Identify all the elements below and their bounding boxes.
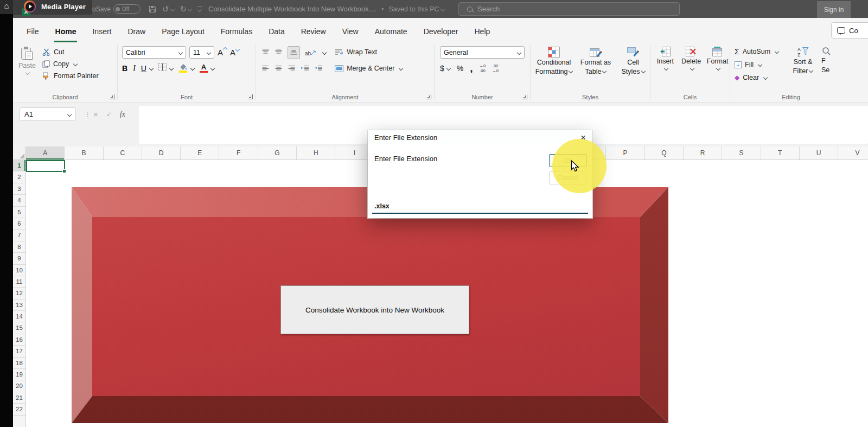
font-name-select[interactable]: Calibri — [122, 46, 186, 59]
ribbon-tab[interactable]: File — [18, 18, 47, 42]
row-header[interactable]: 8 — [13, 241, 25, 253]
percent-format-button[interactable]: % — [457, 64, 463, 73]
ribbon-tab[interactable]: Page Layout — [154, 18, 213, 42]
decrease-indent-button[interactable] — [301, 65, 309, 74]
align-left-button[interactable] — [261, 65, 270, 74]
dialog-launcher-icon[interactable] — [110, 94, 114, 99]
column-header[interactable]: A — [26, 146, 65, 160]
customize-qat-button[interactable] — [197, 7, 202, 12]
format-as-table-button[interactable]: Format as Table — [576, 47, 615, 76]
dialog-launcher-icon[interactable] — [248, 94, 253, 99]
consolidate-macro-button[interactable]: Consolidate Workbook into New Workbook — [280, 285, 469, 334]
column-header[interactable]: D — [142, 146, 181, 160]
ribbon-tab[interactable]: Review — [293, 18, 334, 42]
row-header[interactable]: 18 — [13, 358, 25, 369]
row-header[interactable]: 12 — [13, 288, 25, 299]
find-select-button[interactable]: F Se — [821, 46, 840, 83]
dialog-launcher-icon[interactable] — [522, 94, 527, 99]
decrease-decimal-button[interactable]: .00→0 — [492, 63, 499, 74]
cancel-entry-button[interactable]: × — [93, 110, 98, 119]
conditional-formatting-button[interactable]: Conditional Formatting — [534, 47, 574, 76]
active-cell-selection[interactable] — [26, 160, 65, 172]
column-header[interactable]: E — [181, 146, 219, 160]
ribbon-tab[interactable]: Home — [47, 18, 85, 42]
comma-format-button[interactable]: , — [470, 66, 473, 71]
autosum-button[interactable]: Σ AutoSum — [735, 46, 784, 57]
fill-color-button[interactable] — [178, 63, 188, 73]
row-header[interactable]: 2 — [13, 171, 25, 183]
search-input[interactable]: Search — [458, 2, 680, 16]
row-header[interactable]: 22 — [13, 404, 25, 415]
row-header[interactable]: 1 — [13, 160, 25, 171]
drag-dots-icon[interactable]: ⋮ — [84, 110, 91, 118]
column-header[interactable]: B — [65, 146, 103, 160]
align-center-button[interactable] — [275, 65, 283, 74]
row-header[interactable]: 19 — [13, 369, 25, 380]
redo-button[interactable]: ↻ — [180, 4, 192, 14]
ribbon-tab[interactable]: Insert — [84, 18, 119, 42]
chevron-down-icon[interactable] — [73, 62, 78, 66]
ribbon-tab[interactable]: Automate — [367, 18, 416, 42]
chevron-down-icon[interactable] — [399, 66, 403, 71]
wrap-text-button[interactable]: Wrap Text — [335, 46, 403, 58]
align-top-button[interactable] — [261, 48, 270, 58]
row-header[interactable]: 6 — [13, 218, 25, 230]
column-header[interactable]: T — [761, 146, 800, 160]
row-header[interactable]: 21 — [13, 392, 25, 404]
paste-button[interactable]: Paste — [18, 46, 36, 82]
align-bottom-button[interactable] — [288, 46, 300, 59]
undo-button[interactable]: ↺ — [162, 4, 174, 14]
currency-format-button[interactable]: $ — [440, 64, 444, 73]
font-color-button[interactable]: A — [200, 63, 208, 73]
name-box[interactable]: A1 — [20, 107, 76, 121]
row-header[interactable]: 4 — [13, 195, 25, 206]
format-painter-button[interactable]: Format Painter — [42, 70, 99, 82]
delete-cells-button[interactable]: Delete — [679, 47, 704, 70]
cut-button[interactable]: Cut — [42, 46, 99, 58]
row-header[interactable]: 14 — [13, 311, 25, 322]
ribbon-tab[interactable]: View — [334, 18, 367, 42]
chevron-down-icon[interactable] — [322, 50, 327, 55]
align-middle-button[interactable] — [275, 48, 283, 58]
orientation-button[interactable]: ab — [305, 48, 316, 58]
column-header[interactable]: U — [800, 146, 838, 160]
column-header[interactable]: R — [684, 146, 722, 160]
merge-center-button[interactable]: Merge & Center — [335, 62, 403, 74]
enter-entry-button[interactable]: ✓ — [106, 111, 112, 118]
chevron-down-icon[interactable] — [446, 66, 451, 71]
fill-button[interactable]: Fill — [735, 59, 784, 70]
file-extension-input[interactable]: .xlsx — [372, 200, 588, 214]
row-header[interactable]: 20 — [13, 380, 25, 392]
row-header[interactable]: 5 — [13, 207, 25, 218]
row-header[interactable]: 17 — [13, 346, 25, 357]
increase-decimal-button[interactable]: ←0.00 — [480, 63, 486, 74]
column-header[interactable]: S — [722, 146, 761, 160]
row-header[interactable]: 11 — [13, 276, 25, 288]
row-header[interactable]: 3 — [13, 183, 25, 195]
home-icon[interactable]: ⌂ — [0, 0, 13, 14]
row-header[interactable]: 16 — [13, 334, 25, 346]
chevron-down-icon[interactable] — [149, 66, 154, 70]
ribbon-tab[interactable]: Help — [466, 18, 498, 42]
chevron-down-icon[interactable] — [210, 66, 215, 70]
ribbon-tab[interactable]: Developer — [416, 18, 467, 42]
dialog-launcher-icon[interactable] — [426, 94, 431, 99]
sort-filter-button[interactable]: AZ Sort & Filter — [789, 46, 817, 83]
row-header[interactable]: 13 — [13, 299, 25, 311]
column-header[interactable]: F — [219, 146, 258, 160]
row-header[interactable]: 15 — [13, 322, 25, 334]
column-header[interactable]: G — [258, 146, 297, 160]
clear-button[interactable]: ◆ Clear — [735, 72, 784, 83]
decrease-font-button[interactable]: A — [230, 48, 239, 57]
saved-status[interactable]: Saved to this PC — [388, 5, 444, 13]
chevron-down-icon[interactable] — [170, 7, 174, 11]
save-icon[interactable] — [149, 5, 156, 13]
align-right-button[interactable] — [288, 65, 296, 74]
autosave-pill[interactable]: Off — [113, 4, 141, 14]
row-header[interactable]: 9 — [13, 253, 25, 264]
borders-button[interactable] — [158, 63, 167, 73]
select-all-corner[interactable] — [13, 146, 26, 160]
comments-button[interactable]: Co — [831, 22, 868, 39]
increase-font-button[interactable]: A — [218, 48, 227, 57]
underline-button[interactable]: U — [141, 64, 146, 73]
